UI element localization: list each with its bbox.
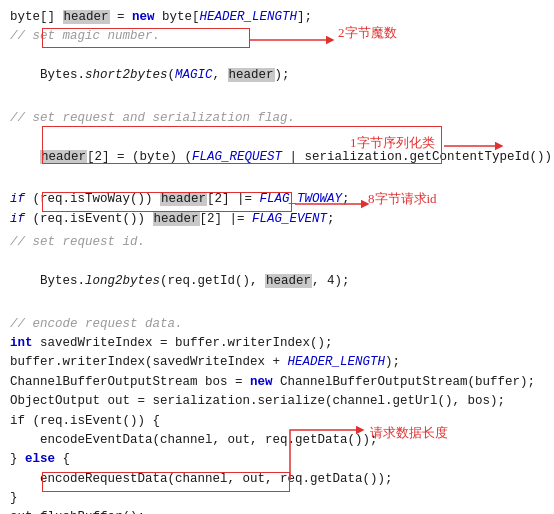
code-line: header[2] = (byte) (FLAG_REQUEST | seria…	[10, 128, 544, 186]
code-line: Bytes.long2bytes(req.getId(), header, 4)…	[10, 253, 544, 311]
code-line: ChannelBufferOutputStream bos = new Chan…	[10, 373, 544, 392]
code-line: // set magic number.	[10, 27, 544, 46]
code-text: byte[] header = new byte[HEADER_LENGTH];	[10, 10, 312, 24]
code-line: if (req.isEvent()) header[2] |= FLAG_EVE…	[10, 210, 544, 229]
code-line: // set request and serialization flag.	[10, 109, 544, 128]
code-line: if (req.isEvent()) {	[10, 412, 544, 431]
code-line: out.flushBuffer();	[10, 508, 544, 514]
code-text: if (req.isEvent()) header[2] |= FLAG_EVE…	[10, 212, 335, 226]
code-comment: // set magic number.	[10, 29, 160, 43]
code-text: } else {	[10, 452, 70, 466]
code-line: Bytes.short2bytes(MAGIC, header);	[10, 47, 544, 105]
code-comment: // set request id.	[10, 235, 145, 249]
code-text: int savedWriteIndex = buffer.writerIndex…	[10, 336, 333, 350]
code-text: buffer.writerIndex(savedWriteIndex + HEA…	[10, 355, 400, 369]
code-line: int savedWriteIndex = buffer.writerIndex…	[10, 334, 544, 353]
code-line: encodeRequestData(channel, out, req.getD…	[10, 470, 544, 489]
code-line: byte[] header = new byte[HEADER_LENGTH];	[10, 8, 544, 27]
code-text: }	[10, 491, 18, 505]
code-text: out.flushBuffer();	[10, 510, 145, 514]
code-text: ChannelBufferOutputStream bos = new Chan…	[10, 375, 535, 389]
code-text: Bytes.long2bytes(req.getId(), header, 4)…	[40, 274, 350, 288]
code-line: if (req.isTwoWay()) header[2] |= FLAG_TW…	[10, 190, 544, 209]
code-text: if (req.isTwoWay()) header[2] |= FLAG_TW…	[10, 192, 350, 206]
code-text: ObjectOutput out = serialization.seriali…	[10, 394, 505, 408]
code-text: header[2] = (byte) (FLAG_REQUEST | seria…	[40, 150, 554, 164]
code-line: // encode request data.	[10, 315, 544, 334]
code-line: ObjectOutput out = serialization.seriali…	[10, 392, 544, 411]
code-line: // set request id.	[10, 233, 544, 252]
code-text: encodeEventData(channel, out, req.getDat…	[10, 433, 378, 447]
code-line: encodeEventData(channel, out, req.getDat…	[10, 431, 544, 450]
code-text: encodeRequestData(channel, out, req.getD…	[10, 472, 393, 486]
code-line: } else {	[10, 450, 544, 469]
code-line: buffer.writerIndex(savedWriteIndex + HEA…	[10, 353, 544, 372]
code-text: if (req.isEvent()) {	[10, 414, 160, 428]
code-comment: // set request and serialization flag.	[10, 111, 295, 125]
code-container: byte[] header = new byte[HEADER_LENGTH];…	[0, 0, 554, 514]
code-line: }	[10, 489, 544, 508]
code-comment: // encode request data.	[10, 317, 183, 331]
code-text: Bytes.short2bytes(MAGIC, header);	[40, 68, 290, 82]
